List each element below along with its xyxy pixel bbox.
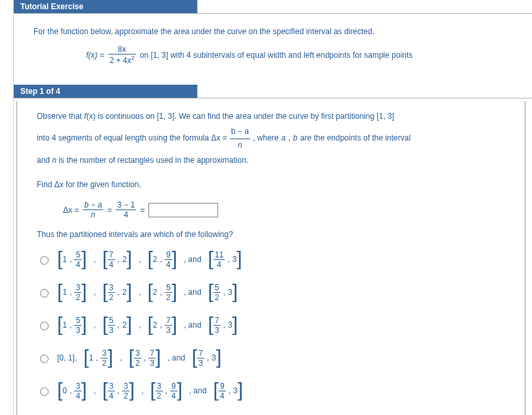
ba-over-n-fraction: b − a n: [230, 125, 250, 151]
option-row: [1,54],[74,2],[2,94], and[114,3]: [37, 248, 505, 271]
find-dx-prompt: Find Δx for the given function.: [37, 179, 505, 191]
interval-pair: [0,34]: [57, 381, 87, 401]
interval-pair: [32,73]: [129, 348, 161, 368]
interval-pair: [32,94]: [150, 381, 183, 401]
option-row: [0, 1],[1,32],[32,73], and[73,3]: [37, 346, 505, 370]
interval-pair: [73,3]: [208, 315, 238, 335]
option-row: [0,34],[34,32],[32,94], and[94,3]: [37, 379, 505, 403]
option-row: [1,32],[32,2],[2,52], and[52,3]: [37, 280, 505, 304]
option-row: [1,53],[53,2],[2,73], and[73,3]: [37, 313, 505, 337]
function-expression: f(x) = 8x 2 + 4x2 on [1, 3] with 4 subin…: [86, 45, 512, 65]
interval-pair: [94,3]: [213, 381, 243, 401]
step-header: Step 1 of 4: [14, 85, 532, 98]
interval-pair: [73,3]: [192, 348, 221, 368]
dx-label: Δx =: [63, 206, 79, 215]
thus-prompt: Thus the partitioned intervals are which…: [37, 229, 505, 241]
observe-line3: and n is the number of rectangles used i…: [37, 154, 505, 167]
interval-pair: [2,94]: [148, 250, 177, 269]
fn-numerator: 8x: [108, 45, 136, 55]
observe-line2: into 4 segments of equal length using th…: [37, 125, 505, 151]
interval-pair: [53,2]: [102, 315, 132, 335]
option-list: [1,54],[74,2],[2,94], and[114,3][1,32],[…: [37, 248, 505, 403]
interval-pair: [2,52]: [148, 282, 177, 302]
interval-pair: [1,32]: [83, 348, 113, 368]
option-radio[interactable]: [40, 355, 49, 363]
interval-pair: [1,53]: [57, 315, 87, 335]
option-radio[interactable]: [40, 322, 49, 330]
step-title: Step 1 of 4: [14, 85, 198, 98]
step-content: Observe that f(x) is continuous on [1, 3…: [16, 101, 525, 415]
fx-label: f(x) =: [86, 51, 104, 60]
interval-pair: [52,3]: [208, 282, 238, 302]
interval-pair: [1,54]: [57, 250, 87, 269]
interval-pair: [114,3]: [208, 250, 242, 269]
problem-intro: For the function below, approximate the …: [33, 26, 512, 38]
ba-n-fraction: b − a n: [83, 200, 103, 219]
problem-block: For the function below, approximate the …: [14, 16, 532, 85]
interval-pair: [32,2]: [102, 282, 132, 302]
tutorial-header: Tutorial Exercise: [14, 0, 532, 14]
answer-input[interactable]: [148, 203, 218, 217]
interval-pair: [74,2]: [102, 250, 132, 269]
option-radio[interactable]: [40, 256, 49, 265]
numeric-fraction: 3 − 1 4: [116, 200, 136, 219]
tutorial-title: Tutorial Exercise: [14, 0, 198, 13]
option-radio[interactable]: [40, 289, 49, 297]
fn-denominator: 2 + 4x2: [108, 55, 136, 65]
interval-pair: [34,32]: [102, 381, 135, 401]
function-fraction: 8x 2 + 4x2: [108, 45, 136, 65]
dx-equation: Δx = b − a n = 3 − 1 4 =: [63, 200, 505, 219]
interval-pair: [2,73]: [148, 315, 177, 335]
observe-line1: Observe that f(x) is continuous on [1, 3…: [37, 110, 505, 123]
interval-pair: [1,32]: [57, 282, 87, 302]
interval-text: on [1, 3] with 4 subintervals of equal w…: [140, 51, 413, 60]
option-radio[interactable]: [40, 387, 49, 396]
